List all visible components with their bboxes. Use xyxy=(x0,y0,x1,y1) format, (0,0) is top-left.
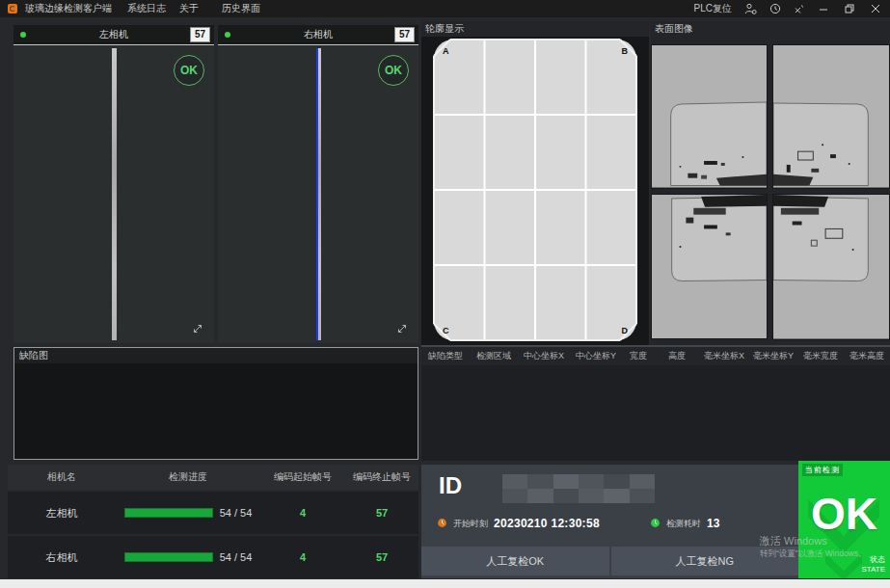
col-width: 宽度 xyxy=(622,350,655,362)
app-logo-icon xyxy=(8,4,17,13)
scale-icon[interactable] xyxy=(794,4,804,14)
surface-image-top-left[interactable] xyxy=(651,44,768,189)
glass-edge-strip xyxy=(316,48,321,340)
state-en: STATE xyxy=(861,565,885,574)
start-frame-value: 4 xyxy=(260,551,345,563)
col-height: 高度 xyxy=(655,350,699,362)
corner-label-c: C xyxy=(443,326,449,335)
col-detect-region: 检测区域 xyxy=(470,350,518,362)
end-frame-value: 57 xyxy=(345,507,418,519)
badge-state-label: 状态 STATE xyxy=(861,555,885,575)
table-row[interactable]: 左相机 54 / 54 4 57 xyxy=(8,492,418,534)
corner-label-a: A xyxy=(443,46,449,56)
surface-panel: 表面图像 xyxy=(651,21,890,345)
contour-panel-title: 轮廓显示 xyxy=(421,21,649,37)
right-camera-frame-count: 57 xyxy=(394,27,415,42)
surface-image-bottom-left[interactable] xyxy=(651,194,768,339)
defect-table-body[interactable] xyxy=(421,365,890,461)
left-camera-frame-count: 57 xyxy=(190,27,210,42)
app-title: 玻璃边缘检测客户端 xyxy=(25,2,112,15)
duration-value: 13 xyxy=(707,517,720,530)
corner-label-d: D xyxy=(622,326,629,335)
manual-recheck-ng-button[interactable]: 人工复检NG xyxy=(611,547,799,575)
menu-bar: 系统日志 关于 历史界面 xyxy=(127,2,260,15)
camera-name: 右相机 xyxy=(8,550,116,565)
col-end-frame: 编码终止帧号 xyxy=(345,470,418,484)
duration-icon xyxy=(650,518,661,530)
camera-status-dot xyxy=(20,32,26,38)
clock-icon[interactable] xyxy=(769,3,781,14)
surface-image-top-right[interactable] xyxy=(772,44,890,189)
right-camera-panel: 右相机 57 OK xyxy=(218,25,418,343)
menu-system-log[interactable]: 系统日志 xyxy=(127,2,166,15)
progress-text: 54 / 54 xyxy=(220,551,253,563)
expand-icon[interactable] xyxy=(191,322,204,335)
contour-panel: 轮廓显示 A B C D xyxy=(421,21,649,345)
right-camera-header: 右相机 57 xyxy=(218,25,418,44)
glass-edge-strip xyxy=(112,48,117,340)
id-label: ID xyxy=(439,472,462,499)
left-camera-title: 左相机 xyxy=(13,28,214,41)
right-camera-title: 右相机 xyxy=(218,28,418,41)
col-mm-y: 毫米坐标Y xyxy=(749,350,797,362)
plc-reset-button[interactable]: PLC复位 xyxy=(694,2,732,15)
result-ok-text: OK xyxy=(798,492,890,536)
corner-label-b: B xyxy=(622,46,629,56)
end-frame-value: 57 xyxy=(345,551,418,563)
surface-panel-title: 表面图像 xyxy=(651,21,890,37)
detection-result-badge: 当前检测 OK 状态 STATE xyxy=(798,461,890,578)
progress-bar xyxy=(124,552,213,562)
defect-image-panel: 缺陷图 xyxy=(13,347,418,460)
id-value-redacted xyxy=(502,474,655,503)
state-cn: 状态 xyxy=(870,555,885,564)
menu-history[interactable]: 历史界面 xyxy=(222,2,260,15)
left-camera-ok-badge: OK xyxy=(174,55,204,86)
manual-recheck-ok-button[interactable]: 人工复检OK xyxy=(421,547,609,575)
camera-progress-table: 相机名 检测进度 编码起始帧号 编码终止帧号 左相机 54 / 54 4 57 … xyxy=(8,465,418,578)
defect-image-title: 缺陷图 xyxy=(14,348,418,363)
col-progress: 检测进度 xyxy=(116,470,260,484)
left-camera-header: 左相机 57 xyxy=(13,25,214,44)
close-button[interactable] xyxy=(869,2,882,15)
user-icon[interactable] xyxy=(744,3,757,14)
col-mm-width: 毫米宽度 xyxy=(797,350,844,362)
start-frame-value: 4 xyxy=(260,507,345,519)
glass-edge-inspection-app: 玻璃边缘检测客户端 系统日志 关于 历史界面 PLC复位 xyxy=(0,0,890,588)
start-time-icon xyxy=(437,518,447,530)
left-camera-panel: 左相机 57 OK xyxy=(13,25,214,343)
col-mm-x: 毫米坐标X xyxy=(699,350,749,362)
surface-image-grid xyxy=(651,37,890,340)
start-time-label: 开始时刻 xyxy=(453,518,488,530)
right-camera-image[interactable]: OK xyxy=(218,44,418,343)
duration-label: 检测耗时 xyxy=(666,518,701,530)
minimize-button[interactable] xyxy=(817,2,830,15)
progress-bar xyxy=(124,508,213,518)
restore-button[interactable] xyxy=(843,2,856,15)
title-bar: 玻璃边缘检测客户端 系统日志 关于 历史界面 PLC复位 xyxy=(0,0,890,17)
right-camera-ok-badge: OK xyxy=(378,55,409,86)
defect-table: 缺陷类型 检测区域 中心坐标X 中心坐标Y 宽度 高度 毫米坐标X 毫米坐标Y … xyxy=(421,345,890,461)
camera-name: 左相机 xyxy=(8,506,116,521)
col-start-frame: 编码起始帧号 xyxy=(260,470,345,484)
bottom-edge-strip xyxy=(0,579,890,588)
col-camera-name: 相机名 xyxy=(8,470,116,484)
glass-contour-display: A B C D xyxy=(421,37,649,343)
table-row[interactable]: 右相机 54 / 54 4 57 xyxy=(8,536,418,578)
col-defect-type: 缺陷类型 xyxy=(421,350,470,362)
expand-icon[interactable] xyxy=(395,322,409,335)
left-camera-image[interactable]: OK xyxy=(13,44,214,343)
camera-table-header: 相机名 检测进度 编码起始帧号 编码终止帧号 xyxy=(8,465,418,490)
surface-image-bottom-right[interactable] xyxy=(772,194,890,340)
progress-text: 54 / 54 xyxy=(220,507,253,519)
result-panel: ID 开始时刻 20230210 12:30:58 检测耗时 13 人工复检OK… xyxy=(421,465,798,578)
col-mm-height: 毫米高度 xyxy=(844,350,890,362)
defect-table-header: 缺陷类型 检测区域 中心坐标X 中心坐标Y 宽度 高度 毫米坐标X 毫米坐标Y … xyxy=(421,347,890,365)
col-center-x: 中心坐标X xyxy=(518,350,570,362)
badge-title: 当前检测 xyxy=(802,464,843,476)
start-time-value: 20230210 12:30:58 xyxy=(494,517,600,530)
camera-status-dot xyxy=(225,32,230,38)
menu-about[interactable]: 关于 xyxy=(179,2,199,15)
col-center-y: 中心坐标Y xyxy=(570,350,622,362)
